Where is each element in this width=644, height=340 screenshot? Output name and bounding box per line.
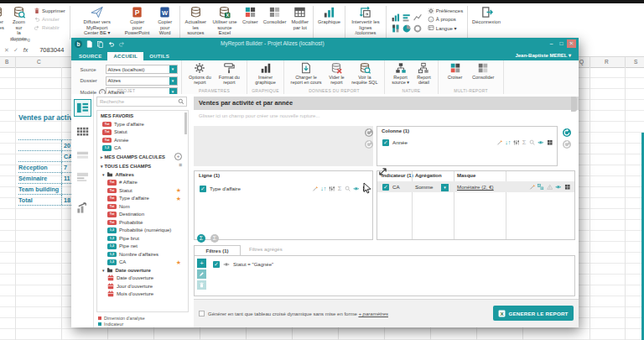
annuler-button[interactable]: Annuler [34,16,65,23]
batch-edit-button[interactable]: Modifier par lot [288,5,311,30]
langue--button[interactable]: Langue ▾ [428,24,463,31]
sheet-row[interactable]: Team building [18,184,71,195]
consolider-report-button[interactable]: Consolider [471,62,495,80]
report-options-button[interactable]: Options du report [188,62,212,85]
logout-button[interactable]: Déconnexion [470,5,503,25]
caret-down-icon[interactable]: ▾ [169,65,177,73]
edit-filter-button[interactable] [197,269,206,279]
rail-report-view-selected[interactable] [74,99,91,117]
dossier-select[interactable]: Alizes▾ [106,76,178,86]
sheet-data-table[interactable]: 20CARéception7Séminaire11Team buildingTo… [18,139,71,206]
r-tablir-button[interactable]: Rétablir [34,24,65,31]
field-item[interactable]: Txt# Affaire [97,179,188,187]
field-search-input[interactable]: Recherche [96,97,187,107]
dialog-titlebar[interactable]: b MyReport Builder - Projet Alizes (loca… [71,38,579,50]
folder-affaires[interactable]: ▾Affaires [97,170,188,179]
search-icon[interactable] [345,186,351,192]
minidonut-icon[interactable] [413,21,422,29]
checkbox-checked-icon[interactable]: ✓ [200,186,206,192]
column-header-S[interactable]: S [634,59,637,65]
wand-icon[interactable] [496,139,503,146]
column-header-R[interactable]: R [605,59,609,65]
field-item[interactable]: Jour d'ouverture [97,282,188,290]
move-left-button[interactable] [365,128,373,137]
column-header-B[interactable]: B [5,59,8,65]
field-list[interactable]: MES FAVORISTxtType d'affaireTxtStatutTxt… [96,110,189,312]
tab-outils[interactable]: OUTILS [143,52,175,60]
favorite-star-icon[interactable]: ★ [176,187,181,194]
sigma-icon[interactable]: Σ [338,186,342,192]
sort-icon[interactable]: ↓↑ [505,139,511,146]
ligne-zone[interactable]: Ligne (1) ✓ Type d'affaire ↓↑Σ [194,170,373,240]
clear-report-button[interactable]: Vider le report [328,62,345,85]
field-item[interactable]: TxtNom [97,202,188,211]
field-item[interactable]: 1,2Pipe brut [97,234,188,243]
copy-word-button[interactable]: WCopier pour Word [152,5,178,36]
load-report-button[interactable]: Charger le report en cours [290,62,323,85]
swap-rows-columns-icon[interactable] [377,166,388,177]
eye-icon[interactable] [223,261,230,268]
agregation-select[interactable]: Somme [415,184,433,190]
field-item[interactable]: TxtType d'affaire★ [97,195,188,203]
tab-filtres[interactable]: Filtres (1) [194,245,241,255]
eye-icon[interactable] [555,184,562,191]
cancel-icon[interactable]: ✕ [4,47,9,54]
sheet-row[interactable]: CA [18,151,71,162]
move-right-button[interactable] [563,128,571,137]
colonne-field[interactable]: Année [392,139,408,145]
field-item[interactable]: TxtDestination [97,211,188,219]
folder-date-ouverture[interactable]: ▾Date ouverture [97,266,188,275]
redo-icon[interactable] [118,40,126,48]
search-icon[interactable] [529,139,536,146]
field-item[interactable]: 1,2Nombre d'affaires [97,250,188,259]
sheet-row[interactable]: Réception7 [18,162,71,173]
move-left-button-2[interactable] [365,140,373,149]
favorite-field[interactable]: TxtAnnée [97,136,188,144]
drop-zone-empty[interactable] [194,126,373,166]
favorite-field[interactable]: 1,2CA [97,144,188,153]
copy-icon[interactable] [96,40,104,48]
sigma-button[interactable]: Σ [197,234,205,243]
ligne-field[interactable]: Type d'affaire [210,186,241,191]
report-source-button[interactable]: Report source ▾ [391,62,410,85]
croiser-button[interactable]: Croiser [240,5,261,25]
consolider-button[interactable]: Consolider [261,5,289,25]
menu-icon[interactable]: ≡ [179,162,182,168]
supprimer-button[interactable]: Supprimer [34,8,65,14]
add-calculated-field-icon[interactable]: + [174,153,182,160]
field-item[interactable]: 1,2Pipe net [97,243,188,251]
grid-icon[interactable] [547,139,553,146]
sigma-icon[interactable]: Σ [522,139,527,146]
plusminus-icon[interactable] [538,184,544,191]
excel-source-button[interactable]: XUtiliser une source Excel [210,5,240,36]
refresh-sources-button[interactable]: Actualiser les sources [182,5,210,36]
accept-icon[interactable]: ✓ [13,47,18,54]
panel-handle[interactable] [571,97,577,112]
warning-icon[interactable] [547,184,553,191]
new-document-icon[interactable] [86,40,93,48]
minipie-icon[interactable] [402,21,411,29]
caret-down-icon[interactable]: ▾ [102,172,105,177]
field-item[interactable]: 1,2Probabilité (numérique) [97,227,188,235]
-propos-button[interactable]: iÀ propos [428,16,463,23]
favorite-star-icon[interactable]: ★ [176,196,181,202]
colonne-zone[interactable]: Colonne (1) ✓ Année ↓↑Σ [377,126,558,166]
minihbar-icon[interactable] [402,10,411,18]
field-item[interactable]: Date d'ouverture [97,275,188,283]
indicateur-field[interactable]: CA [392,184,400,190]
field-item[interactable]: TxtStatut★ [97,186,188,195]
move-right-button-2[interactable] [563,140,571,149]
report-detail-button[interactable]: Report détail [416,62,432,85]
checkbox-checked-icon[interactable]: ✓ [382,184,389,191]
copy-powerpoint-button[interactable]: PCopier pour PowerPoint [122,5,153,36]
view-sql-button[interactable]: Voir la requête SQL [351,62,378,85]
minibar-icon[interactable] [392,10,400,18]
checkbox-checked-icon[interactable]: ✓ [382,139,389,146]
source-select[interactable]: Alizes (localhost)▾ [106,65,178,74]
tab-accueil[interactable]: ACCUEIL [107,52,143,60]
tab-filtres-agreges[interactable]: Filtres agrégés [249,247,283,252]
indicateur-zone[interactable]: Indicateur (1) Agrégation Masque ✓ CA So… [377,170,575,240]
generate-report-button[interactable]: X GENERER LE REPORT [493,306,574,321]
abacus-icon[interactable] [329,186,335,192]
sheet-row[interactable]: Séminaire11 [18,173,71,184]
